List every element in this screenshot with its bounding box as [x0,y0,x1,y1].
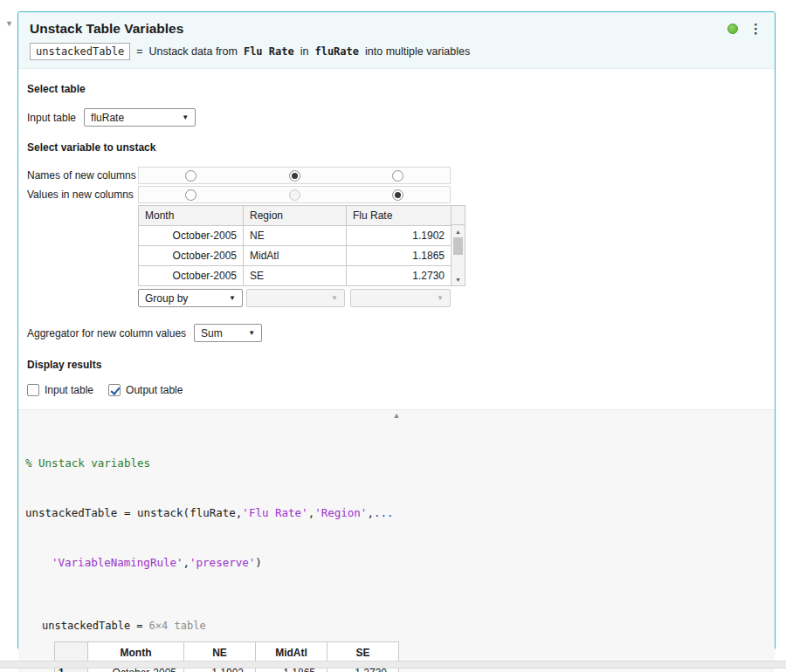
preview-cell: 1.2730 [347,266,452,286]
column-action-dropdown-flurate: ▼ [350,289,451,307]
output-header-month: Month [88,642,184,663]
section-select-table: Select table [27,83,766,95]
values-row-label: Values in new columns [27,189,138,201]
scroll-up-icon[interactable]: ▲ [455,225,461,237]
radio-values-flurate[interactable] [392,189,403,201]
summary-prefix: Unstack data from [148,45,237,58]
output-header-row: Month NE MidAtl SE [55,642,399,663]
output-header-midatl: MidAtl [256,642,328,663]
output-size-label: 6×4 table [149,620,206,632]
radio-values-region [289,189,300,201]
scrollbar-thumb[interactable] [453,237,463,255]
summary-table-name: fluRate [314,45,359,58]
live-script-page: ▼ Unstack Table Variables ⋮ unstackedTab… [0,0,786,672]
radio-names-flurate[interactable] [392,170,403,182]
preview-cell: NE [244,226,347,246]
preview-table: Month Region Flu Rate October-2005 NE 1.… [138,205,452,286]
preview-cell: October-2005 [139,226,244,246]
cell-collapse-icon[interactable]: ▼ [5,19,13,28]
task-title: Unstack Table Variables [30,21,727,37]
code-comment-line: % Unstack variables [25,455,775,471]
radio-values-month[interactable] [185,189,196,201]
preview-header-flurate: Flu Rate [347,206,452,226]
input-table-checkbox[interactable] [27,384,39,396]
generated-code-editor[interactable]: % Unstack variables unstackedTable = uns… [18,410,775,604]
output-corner-cell [55,642,88,663]
aggregator-label: Aggregator for new column values [27,327,186,339]
dropdown-caret-icon: ▼ [182,113,189,121]
preview-cell: 1.1902 [347,226,452,246]
group-by-dropdown-value: Group by [145,292,188,305]
scrollbar-track[interactable]: ▲ ▼ [452,225,465,286]
output-table-checkbox-label: Output table [126,384,183,396]
preview-row: October-2005 NE 1.1902 [139,226,452,246]
group-by-dropdown[interactable]: Group by ▼ [138,289,243,307]
column-action-dropdown-region: ▼ [246,289,345,307]
aggregator-dropdown[interactable]: Sum ▼ [194,324,262,342]
dropdown-caret-icon: ▼ [437,294,444,302]
names-row-label: Names of new columns [27,169,138,182]
preview-row: October-2005 MidAtl 1.1865 [139,246,452,266]
preview-header-region: Region [244,206,347,226]
radio-names-month[interactable] [185,170,196,182]
status-green-dot [727,24,738,34]
summary-variable-name: Flu Rate [244,45,294,58]
input-table-label: Input table [27,112,76,124]
input-table-checkbox-label: Input table [45,384,93,396]
output-variable-name: unstackedTable = [42,620,143,632]
summary-in: in [300,45,309,58]
code-line-1: unstackedTable = unstack(fluRate,'Flu Ra… [25,504,775,521]
dropdown-caret-icon: ▼ [331,294,338,302]
preview-scrollbar[interactable]: ▲ ▼ [452,205,465,286]
task-summary: unstackedTable = Unstack data from Flu R… [30,43,762,60]
input-table-dropdown[interactable]: fluRate ▼ [84,108,196,127]
next-cell-divider [0,661,786,669]
preview-cell: 1.1865 [347,246,452,266]
summary-suffix: into multiple variables [365,45,470,58]
section-select-variable: Select variable to unstack [27,141,766,154]
output-table-checkbox[interactable] [108,384,121,396]
preview-header-row: Month Region Flu Rate [139,206,452,226]
dropdown-caret-icon: ▼ [229,294,236,302]
output-header-ne: NE [184,642,256,663]
preview-row: October-2005 SE 1.2730 [139,266,452,286]
names-radio-row [138,167,451,184]
task-form: Select table Input table fluRate ▼ Selec… [18,69,775,396]
task-header: Unstack Table Variables ⋮ unstackedTable… [18,12,775,69]
preview-cell: MidAtl [244,246,347,266]
preview-cell: SE [244,266,347,286]
output-header-se: SE [328,642,399,663]
output-variable-line: unstackedTable =6×4 table [42,620,775,632]
scrollbar-corner [452,205,465,225]
scroll-down-icon[interactable]: ▼ [455,273,461,285]
aggregator-dropdown-value: Sum [201,327,223,339]
output-variable-field[interactable]: unstackedTable [30,43,130,60]
task-menu-icon[interactable]: ⋮ [749,23,762,35]
dropdown-caret-icon: ▼ [248,329,255,337]
code-and-output-section: ▲ % Unstack variables unstackedTable = u… [18,409,775,672]
code-line-2: 'VariableNamingRule','preserve') [25,554,775,571]
preview-cell: October-2005 [139,246,244,266]
unstack-task-panel: Unstack Table Variables ⋮ unstackedTable… [17,11,776,650]
values-radio-row [138,186,451,203]
section-collapse-icon[interactable]: ▲ [393,411,401,420]
equals-sign: = [136,45,142,58]
preview-header-month: Month [139,206,244,226]
radio-names-region[interactable] [289,170,300,182]
section-display-results: Display results [27,359,766,371]
input-table-dropdown-value: fluRate [91,112,124,124]
preview-cell: October-2005 [139,266,244,286]
